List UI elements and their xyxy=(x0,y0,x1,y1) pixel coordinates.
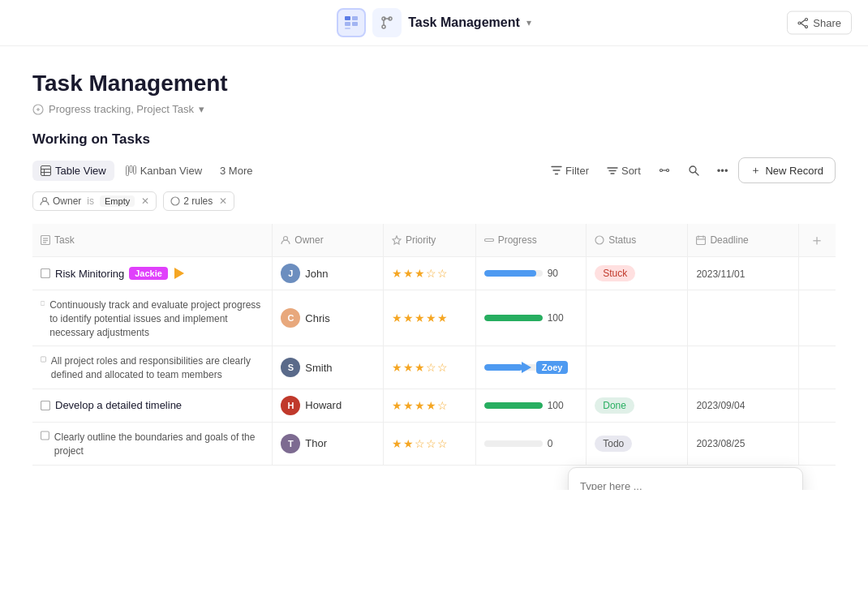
owner-cell-2: C Chris xyxy=(273,290,384,346)
avatar-john: J xyxy=(281,264,300,283)
progress-cell-1: 90 xyxy=(475,257,587,290)
filter-empty-tag: Empty xyxy=(100,195,135,207)
filter-owner-label: Owner xyxy=(53,195,81,207)
tab-kanban-label: Kanban View xyxy=(140,165,202,177)
branch-icon-box[interactable] xyxy=(372,8,402,37)
task-type-icon-3 xyxy=(41,354,46,364)
svg-point-7 xyxy=(382,25,385,28)
svg-rect-40 xyxy=(697,237,706,245)
svg-marker-37 xyxy=(393,236,401,244)
owner-cell-4: H Howard xyxy=(273,389,384,422)
task-name-1: Risk Minitoring xyxy=(55,268,124,280)
status-cell-2[interactable] xyxy=(587,290,688,346)
deadline-cell-5: 2023/08/25 xyxy=(688,422,799,465)
task-type-icon-4 xyxy=(41,401,50,410)
stars-1: ★★★☆☆ xyxy=(392,267,449,280)
table-row: All project roles and responsibilities a… xyxy=(32,346,836,389)
share-button[interactable]: Share xyxy=(787,11,852,35)
deadline-1: 2023/11/01 xyxy=(696,268,745,280)
svg-point-31 xyxy=(171,197,179,205)
status-badge-5[interactable]: Todo xyxy=(595,436,632,452)
task-cell-1: Risk Minitoring Jackie xyxy=(32,257,273,290)
col-header-add[interactable]: ＋ xyxy=(798,224,836,257)
owner-cell-3: S Smith xyxy=(273,346,384,389)
stars-2: ★★★★★ xyxy=(392,311,449,324)
status-dropdown: Select tag or create one Done ••• Stuck … xyxy=(568,467,803,490)
progress-cell-4: 100 xyxy=(475,389,587,422)
deadline-5: 2023/08/25 xyxy=(696,438,745,449)
owner-name-1: John xyxy=(305,268,328,280)
svg-point-11 xyxy=(798,22,801,24)
tab-kanban-view[interactable]: Kanban View xyxy=(118,161,210,181)
new-record-button[interactable]: ＋ New Record xyxy=(738,157,836,183)
svg-line-14 xyxy=(801,23,806,26)
top-nav: Task Management ▾ Share xyxy=(0,0,868,46)
svg-rect-48 xyxy=(41,431,49,440)
owner-name-5: Thor xyxy=(305,437,327,449)
stars-4: ★★★★☆ xyxy=(392,399,449,412)
task-name-2: Continuously track and evaluate project … xyxy=(49,298,264,339)
col-header-deadline: Deadline xyxy=(688,224,799,257)
status-cell-1[interactable]: Stuck xyxy=(587,257,688,290)
tab-table-view[interactable]: Table View xyxy=(32,161,114,181)
stars-3: ★★★☆☆ xyxy=(392,361,449,374)
svg-rect-45 xyxy=(41,302,45,306)
svg-rect-46 xyxy=(41,357,45,362)
svg-rect-3 xyxy=(352,22,358,26)
owner-name-3: Smith xyxy=(305,362,332,374)
status-cell-3[interactable] xyxy=(587,346,688,389)
status-cell-5[interactable]: Todo xyxy=(587,422,688,465)
table-row: Risk Minitoring Jackie J John ★★★☆☆ xyxy=(32,257,836,290)
task-cell-4: Develop a detailed timeline xyxy=(32,389,273,422)
filter-owner-pill[interactable]: Owner is Empty ✕ xyxy=(32,191,157,211)
more-options-button[interactable]: ••• xyxy=(710,161,736,181)
table-row: Clearly outline the boundaries and goals… xyxy=(32,422,836,465)
stars-5: ★★☆☆☆ xyxy=(392,437,449,450)
avatar-thor: T xyxy=(281,434,300,453)
status-cell-4[interactable]: Done xyxy=(587,389,688,422)
progress-num-4: 100 xyxy=(548,400,564,411)
badge-zoey-3: Zoey xyxy=(536,361,569,374)
priority-cell-5: ★★☆☆☆ xyxy=(383,422,475,465)
search-button[interactable] xyxy=(681,161,707,180)
filter-rules-pill[interactable]: 2 rules ✕ xyxy=(163,191,234,211)
svg-point-39 xyxy=(595,236,604,244)
progress-num-5: 0 xyxy=(548,438,553,449)
priority-cell-3: ★★★☆☆ xyxy=(383,346,475,389)
avatar-howard: H xyxy=(281,396,300,415)
filter-is-text: is xyxy=(87,195,94,207)
deadline-cell-1: 2023/11/01 xyxy=(688,257,799,290)
status-badge-1[interactable]: Stuck xyxy=(595,265,635,281)
filter-owner-close[interactable]: ✕ xyxy=(141,195,149,207)
nav-title: Task Management xyxy=(408,15,520,30)
add-column-btn[interactable]: ＋ xyxy=(810,232,824,248)
dropdown-search-input[interactable] xyxy=(580,480,791,490)
deadline-cell-3 xyxy=(688,346,799,389)
svg-rect-23 xyxy=(130,165,132,172)
deadline-4: 2023/09/04 xyxy=(696,400,745,411)
table-icon-box[interactable] xyxy=(337,8,366,37)
col-header-status: Status xyxy=(587,224,688,257)
subtitle-chevron[interactable]: ▾ xyxy=(199,103,204,115)
more-views-btn[interactable]: 3 More xyxy=(213,161,259,181)
svg-rect-4 xyxy=(345,28,350,29)
progress-cell-2: 100 xyxy=(475,290,587,346)
owner-name-2: Chris xyxy=(305,312,329,324)
page-subtitle[interactable]: Progress tracking, Project Task ▾ xyxy=(32,103,836,115)
nav-chevron-icon[interactable]: ▾ xyxy=(526,17,531,28)
svg-rect-44 xyxy=(41,269,50,278)
tab-table-label: Table View xyxy=(55,165,106,177)
svg-rect-24 xyxy=(133,165,135,174)
arrange-button[interactable] xyxy=(651,161,677,180)
filter-rules-close[interactable]: ✕ xyxy=(219,195,227,207)
svg-point-12 xyxy=(806,25,808,28)
toolbar-actions: Filter Sort ••• ＋ New Record xyxy=(544,157,836,183)
deadline-cell-2 xyxy=(688,290,799,346)
filter-button[interactable]: Filter xyxy=(544,161,596,181)
sort-button[interactable]: Sort xyxy=(599,161,648,181)
status-badge-4[interactable]: Done xyxy=(595,397,634,414)
avatar-chris: C xyxy=(281,308,300,328)
main-content: Task Management Progress tracking, Proje… xyxy=(0,46,868,490)
task-cell-3: All project roles and responsibilities a… xyxy=(32,346,273,389)
add-cell-1 xyxy=(798,257,836,290)
